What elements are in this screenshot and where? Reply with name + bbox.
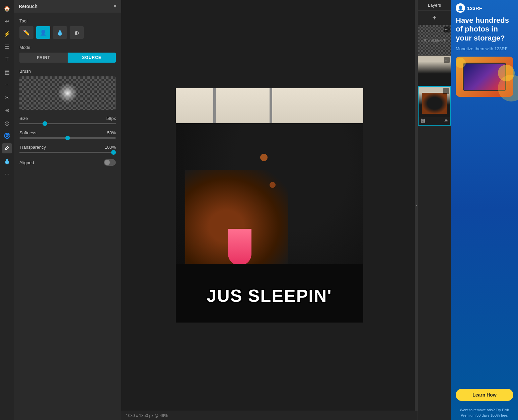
size-value: 58px (106, 116, 116, 121)
main-area: JUS SLEEPIN' › 1080 x 1350 px @ 49% (121, 0, 418, 420)
ad-headline: Have hundreds of photos in your storage? (451, 14, 518, 45)
drop-tool-btn[interactable]: 💧 (53, 26, 67, 39)
canvas-resize-handle[interactable]: › (415, 0, 418, 411)
canvas-status-text: 1080 x 1350 px @ 49% (126, 413, 168, 418)
dog-photo: JUS SLEEPIN' (176, 88, 363, 323)
canvas-wrapper[interactable]: JUS SLEEPIN' › (121, 0, 418, 411)
add-layer-btn[interactable]: + (418, 11, 451, 25)
canvas-status-bar: 1080 x 1350 px @ 49% (121, 411, 418, 420)
layer-item-dog[interactable]: ··· (418, 56, 451, 86)
layers-icon[interactable]: ☰ (2, 42, 12, 52)
brush-preview (19, 76, 116, 110)
softness-label: Softness (19, 130, 36, 135)
tool-label: Tool (19, 18, 116, 23)
size-label: Size (19, 116, 28, 121)
aligned-toggle[interactable] (104, 159, 116, 166)
softness-section: Softness 50% (19, 130, 116, 139)
retouch-body: Tool ✏️ 👤 💧 ◐ Mode PAINT SOURCE Brush (14, 13, 121, 420)
adjust-icon[interactable]: ⊕ (2, 105, 12, 115)
aligned-label: Aligned (19, 160, 34, 165)
home-icon[interactable]: 🏠 (2, 3, 12, 13)
brush-icon[interactable]: 🖊 (2, 143, 12, 153)
canvas-image[interactable]: JUS SLEEPIN' (176, 88, 363, 323)
retouch-header: Retouch × (14, 0, 121, 13)
learn-how-button[interactable]: Learn How (456, 389, 513, 401)
drop-icon[interactable]: 💧 (2, 156, 12, 166)
left-toolbar: 🏠 ↩ ⚡ ☰ T ▤ ↔ ✂ ⊕ ◎ 🌀 🖊 💧 ⋯ (0, 0, 14, 420)
more-icon[interactable]: ⋯ (2, 169, 12, 179)
circle-icon[interactable]: ◎ (2, 118, 12, 128)
ad-logo: 👤 123RF (451, 0, 518, 14)
mode-label: Mode (19, 45, 116, 50)
aligned-row: Aligned (19, 159, 116, 166)
mode-row: PAINT SOURCE (19, 53, 116, 63)
ad-remove-text: Want to remove ads? Try Pixlr Premium 30… (451, 404, 518, 420)
retouch-title: Retouch (19, 4, 38, 9)
transform-icon[interactable]: ↔ (2, 80, 12, 90)
tool-section: Tool ✏️ 👤 💧 ◐ (19, 18, 116, 39)
spiral-icon[interactable]: 🌀 (2, 131, 12, 141)
clone-tool-btn[interactable]: 👤 (36, 26, 50, 39)
size-section: Size 58px (19, 116, 116, 124)
text-icon[interactable]: T (2, 54, 12, 64)
dog-spot-2 (270, 182, 276, 188)
layer-eye-icon[interactable]: 👁 (444, 118, 448, 124)
resize-arrow-icon: › (416, 204, 417, 207)
transparency-label: Transparency (19, 145, 46, 150)
ad-image-container: Monetize them with 123RF (451, 45, 518, 386)
bolt-icon[interactable]: ⚡ (2, 29, 12, 39)
layers-title: Layers (418, 0, 451, 11)
close-button[interactable]: × (114, 3, 117, 9)
ad-inner: 👤 123RF Have hundreds of photos in your … (451, 0, 518, 420)
ad-logo-icon: 👤 (456, 3, 465, 13)
brush-label: Brush (19, 69, 116, 74)
transparency-slider[interactable] (19, 152, 116, 153)
layer-more-btn-1[interactable]: ··· (444, 26, 450, 32)
ad-gold-circle-2 (456, 58, 466, 68)
retouch-panel: Retouch × Tool ✏️ 👤 💧 ◐ Mode PAINT SOURC… (14, 0, 121, 420)
meme-text: JUS SLEEPIN' (176, 286, 363, 306)
layer-item-dog-selected[interactable]: ··· 🖼 👁 (418, 86, 451, 126)
layer-image-icon: 🖼 (421, 118, 425, 124)
size-slider[interactable] (19, 123, 116, 124)
source-mode-btn[interactable]: SOURCE (68, 53, 116, 63)
ad-logo-text: 123RF (467, 5, 482, 11)
dog-spot-1 (260, 154, 268, 161)
softness-value: 50% (107, 130, 116, 135)
toggle-knob (104, 160, 110, 165)
layers-panel: Layers + JUS SLEEPIN' ··· ··· ··· 🖼 👁 (418, 0, 451, 420)
layer-bottom-bar: 🖼 👁 (419, 117, 450, 125)
transparency-section: Transparency 100% (19, 145, 116, 153)
ad-subheadline: Monetize them with 123RF (451, 45, 518, 53)
ad-panel: 👤 123RF Have hundreds of photos in your … (451, 0, 518, 420)
softness-slider[interactable] (19, 137, 116, 139)
paint-mode-btn[interactable]: PAINT (19, 53, 68, 63)
layer-more-btn-3[interactable]: ··· (443, 88, 449, 94)
layer-more-btn-2[interactable]: ··· (444, 57, 450, 63)
dog-tongue (228, 229, 251, 266)
pencil-tool-btn[interactable]: ✏️ (19, 26, 33, 39)
undo-icon[interactable]: ↩ (2, 16, 12, 26)
tool-icons-row: ✏️ 👤 💧 ◐ (19, 26, 116, 39)
mode-section: Mode PAINT SOURCE (19, 45, 116, 63)
cut-icon[interactable]: ✂ (2, 92, 12, 102)
brush-section: Brush (19, 69, 116, 110)
brush-dot (58, 83, 78, 103)
erase-tool-btn[interactable]: ◐ (70, 26, 84, 39)
transparency-value: 100% (105, 145, 116, 150)
layer-item-text[interactable]: JUS SLEEPIN' ··· (418, 25, 451, 56)
grid-icon[interactable]: ▤ (2, 67, 12, 77)
